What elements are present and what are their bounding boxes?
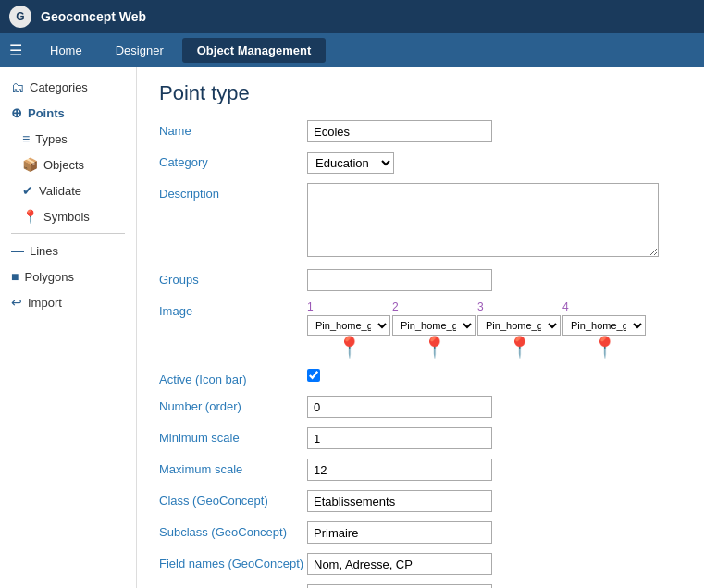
number-row: Number (order) bbox=[159, 396, 682, 418]
app-title: Geoconcept Web bbox=[41, 9, 146, 24]
description-field bbox=[307, 183, 682, 260]
symbols-icon: 📍 bbox=[22, 209, 38, 224]
name-input[interactable] bbox=[307, 120, 492, 142]
active-row: Active (Icon bar) bbox=[159, 369, 682, 386]
active-checkbox[interactable] bbox=[307, 369, 320, 382]
max-distance-field bbox=[307, 584, 682, 588]
groups-label: Groups bbox=[159, 269, 307, 287]
name-field bbox=[307, 120, 682, 142]
image-col-3: 3 Pin_home_gPin_home_bPin_home_r 📍 bbox=[477, 300, 561, 360]
description-input[interactable] bbox=[307, 183, 659, 257]
main-content: Point type Name Category Education Trans… bbox=[137, 67, 704, 588]
sidebar-item-points[interactable]: ⊕ Points bbox=[0, 100, 136, 126]
number-label: Number (order) bbox=[159, 396, 307, 413]
nav-designer[interactable]: Designer bbox=[101, 38, 179, 63]
image-col-1: 1 Pin_home_gPin_home_bPin_home_r 📍 bbox=[307, 300, 390, 360]
min-scale-input[interactable] bbox=[307, 427, 492, 449]
pin-icon-2: 📍 bbox=[422, 336, 447, 360]
image-select-3[interactable]: Pin_home_gPin_home_bPin_home_r bbox=[477, 315, 561, 336]
image-num-4: 4 bbox=[562, 300, 569, 313]
min-scale-label: Minimum scale bbox=[159, 427, 307, 445]
category-field: Education Transport Health Commerce bbox=[307, 152, 682, 174]
field-names-field bbox=[307, 553, 682, 575]
min-scale-field bbox=[307, 427, 682, 449]
active-field bbox=[307, 369, 682, 385]
image-cols: 1 Pin_home_gPin_home_bPin_home_r 📍 2 bbox=[307, 300, 682, 360]
category-label: Category bbox=[159, 152, 307, 169]
image-select-4[interactable]: Pin_home_gPin_home_bPin_home_r bbox=[562, 315, 646, 336]
active-label: Active (Icon bar) bbox=[159, 369, 307, 386]
field-names-label: Field names (GeoConcept) bbox=[159, 553, 307, 570]
sidebar: 🗂 Categories ⊕ Points ≡ Types 📦 Objects … bbox=[0, 67, 137, 588]
image-label: Image bbox=[159, 300, 307, 318]
name-label: Name bbox=[159, 120, 307, 138]
sidebar-item-validate[interactable]: ✔ Validate bbox=[0, 178, 136, 203]
top-bar: G Geoconcept Web bbox=[0, 0, 704, 33]
number-field bbox=[307, 396, 682, 418]
field-names-input[interactable] bbox=[307, 553, 492, 575]
subclass-field bbox=[307, 521, 682, 544]
image-row: Image 1 Pin_home_gPin_home_bPin_home_r 📍 bbox=[159, 300, 682, 360]
description-label: Description bbox=[159, 183, 307, 201]
pin-icon-1: 📍 bbox=[337, 336, 362, 360]
number-input[interactable] bbox=[307, 396, 492, 418]
app-logo: G bbox=[9, 6, 31, 28]
sidebar-item-categories[interactable]: 🗂 Categories bbox=[0, 74, 136, 100]
sidebar-item-polygons[interactable]: ■ Polygons bbox=[0, 263, 136, 289]
image-num-2: 2 bbox=[392, 300, 399, 313]
lines-icon: — bbox=[11, 243, 24, 258]
max-scale-row: Maximum scale bbox=[159, 459, 682, 481]
image-select-pin-2: Pin_home_gPin_home_bPin_home_r 📍 bbox=[392, 315, 476, 360]
nav-object-management[interactable]: Object Management bbox=[182, 38, 327, 63]
image-select-pin-1: Pin_home_gPin_home_bPin_home_r 📍 bbox=[307, 315, 390, 360]
image-num-1: 1 bbox=[307, 300, 314, 313]
validate-icon: ✔ bbox=[22, 183, 33, 198]
categories-icon: 🗂 bbox=[11, 80, 24, 94]
image-col-4: 4 Pin_home_gPin_home_bPin_home_r 📍 bbox=[562, 300, 646, 360]
image-select-pin-3: Pin_home_gPin_home_bPin_home_r 📍 bbox=[477, 315, 561, 360]
name-row: Name bbox=[159, 120, 682, 142]
hamburger-menu[interactable]: ☰ bbox=[9, 42, 22, 59]
class-field bbox=[307, 490, 682, 512]
max-scale-label: Maximum scale bbox=[159, 459, 307, 476]
max-scale-field bbox=[307, 459, 682, 481]
image-select-2[interactable]: Pin_home_gPin_home_bPin_home_r bbox=[392, 315, 476, 336]
subclass-row: Subclass (GeoConcept) bbox=[159, 521, 682, 544]
field-names-row: Field names (GeoConcept) bbox=[159, 553, 682, 575]
groups-row: Groups bbox=[159, 269, 682, 291]
sidebar-item-types[interactable]: ≡ Types bbox=[0, 126, 136, 152]
class-label: Class (GeoConcept) bbox=[159, 490, 307, 508]
pin-icon-4: 📍 bbox=[592, 336, 617, 360]
image-select-pin-4: Pin_home_gPin_home_bPin_home_r 📍 bbox=[562, 315, 646, 360]
sidebar-item-symbols[interactable]: 📍 Symbols bbox=[0, 203, 136, 229]
sidebar-divider-1 bbox=[11, 233, 125, 234]
sidebar-item-import[interactable]: ↩ Import bbox=[0, 289, 136, 315]
class-input[interactable] bbox=[307, 490, 492, 512]
import-icon: ↩ bbox=[11, 295, 22, 310]
max-scale-input[interactable] bbox=[307, 459, 492, 481]
max-distance-label: Max distance bbox=[159, 584, 307, 588]
layout: 🗂 Categories ⊕ Points ≡ Types 📦 Objects … bbox=[0, 67, 704, 588]
category-select[interactable]: Education Transport Health Commerce bbox=[307, 152, 394, 174]
sidebar-item-objects[interactable]: 📦 Objects bbox=[0, 152, 136, 178]
nav-bar: ☰ Home Designer Object Management bbox=[0, 33, 704, 67]
subclass-input[interactable] bbox=[307, 521, 492, 544]
nav-home[interactable]: Home bbox=[35, 38, 97, 63]
sidebar-item-lines[interactable]: — Lines bbox=[0, 238, 136, 263]
points-icon: ⊕ bbox=[11, 105, 22, 120]
types-icon: ≡ bbox=[22, 131, 30, 146]
page-title: Point type bbox=[159, 81, 682, 105]
max-distance-row: Max distance bbox=[159, 584, 682, 588]
subclass-label: Subclass (GeoConcept) bbox=[159, 521, 307, 539]
image-col-2: 2 Pin_home_gPin_home_bPin_home_r 📍 bbox=[392, 300, 476, 360]
pin-icon-3: 📍 bbox=[507, 336, 532, 360]
min-scale-row: Minimum scale bbox=[159, 427, 682, 449]
polygons-icon: ■ bbox=[11, 269, 19, 284]
max-distance-input[interactable] bbox=[307, 584, 492, 588]
image-select-1[interactable]: Pin_home_gPin_home_bPin_home_r bbox=[307, 315, 390, 336]
image-num-3: 3 bbox=[477, 300, 484, 313]
image-field: 1 Pin_home_gPin_home_bPin_home_r 📍 2 bbox=[307, 300, 682, 360]
description-row: Description bbox=[159, 183, 682, 260]
groups-input[interactable] bbox=[307, 269, 492, 291]
class-row: Class (GeoConcept) bbox=[159, 490, 682, 512]
